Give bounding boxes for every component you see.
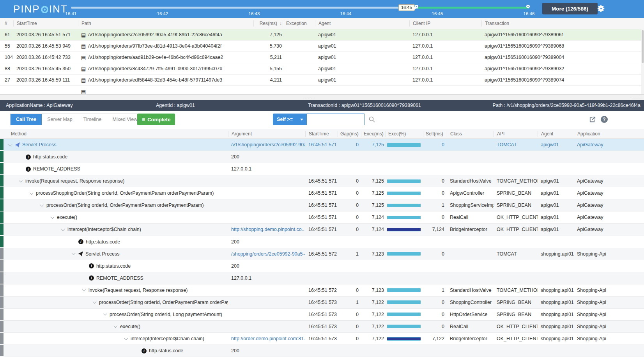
chevron-down-icon[interactable] — [124, 336, 128, 340]
chevron-down-icon[interactable] — [114, 324, 118, 328]
tx-starttime: 2020.03.26 16:45:45 350 — [13, 66, 78, 71]
call-tree-row[interactable]: iREMOTE_ADDRESS127.0.0.1 — [0, 163, 644, 175]
chevron-down-icon[interactable] — [61, 227, 65, 231]
tx-path-text: /v1/shopping/orders/edf58448-32d3-454c-b… — [88, 77, 222, 83]
scrollbar-thumb[interactable] — [642, 30, 644, 63]
col-tree-agent[interactable]: Agent — [538, 131, 574, 137]
chevron-down-icon[interactable] — [9, 142, 12, 146]
tree-gap: 0 — [338, 324, 361, 329]
transaction-row[interactable]: 612020.03.26 16:45:51 571▤/v1/shopping/o… — [0, 29, 644, 41]
info-icon: i — [78, 239, 83, 244]
pane-resize-handle[interactable] — [0, 94, 644, 100]
call-tree-row[interactable]: invoke(Request request, Response respons… — [0, 284, 644, 297]
exec-percent-bar — [387, 192, 421, 195]
call-tree-row[interactable]: ihttp.status.code200 — [0, 260, 644, 272]
tab-server-map[interactable]: Server Map — [42, 114, 78, 125]
transaction-list: # StartTime Path Res(ms)↓ Exception Agen… — [0, 18, 644, 94]
info-icon: i — [26, 167, 31, 172]
call-tree-row[interactable]: execute()16:45:51 57107,1240RealCallOK_H… — [0, 211, 644, 224]
tab-call-tree[interactable]: Call Tree — [11, 114, 42, 125]
timeline-tooltip: 16:45 — [398, 4, 415, 11]
chevron-down-icon[interactable] — [19, 179, 23, 183]
chevron-down-icon[interactable] — [72, 251, 76, 255]
tx-transaction: apigw01^1565160016090^79389068 — [481, 43, 644, 49]
col-self[interactable]: Self(ms) — [423, 131, 447, 137]
tx-num: 27 — [0, 77, 13, 83]
tree-starttime: 16:45:51 573 — [305, 312, 338, 317]
tree-method: processOrder(String orderId, Long paymen… — [4, 312, 228, 317]
transaction-row[interactable]: 1042020.03.26 16:45:42 733▤/v1/shopping/… — [0, 52, 644, 63]
transaction-row[interactable]: 882020.03.26 16:45:45 350▤/v1/shopping/o… — [0, 63, 644, 75]
tree-exec: 7,123 — [361, 288, 386, 293]
chevron-down-icon[interactable] — [93, 300, 97, 304]
col-transaction[interactable]: Transaction — [481, 20, 644, 27]
search-icon[interactable] — [368, 116, 375, 123]
gear-icon[interactable] — [597, 4, 605, 13]
col-agent[interactable]: Agent — [315, 20, 409, 27]
gutter-header — [0, 129, 4, 139]
transaction-row[interactable]: ▤ — [0, 86, 644, 94]
call-tree-row[interactable]: execute()16:45:51 57307,1220RealCallOK_H… — [0, 321, 644, 333]
timeline-selected-range[interactable] — [418, 7, 529, 9]
timeline-tick: 16:43 — [249, 11, 260, 16]
col-path[interactable]: Path — [78, 20, 253, 27]
chevron-down-icon[interactable] — [51, 215, 55, 219]
col-num[interactable]: # — [0, 20, 13, 27]
call-tree-row[interactable]: invoke(Request request, Response respons… — [0, 175, 644, 187]
transaction-row[interactable]: 552020.03.26 16:45:53 949▤/v1/shopping/o… — [0, 41, 644, 52]
argument-value[interactable]: http://shopping.demo.pinpoint.co... — [231, 227, 305, 232]
col-clientip[interactable]: Client IP — [409, 20, 481, 27]
tree-class: StandardHostValve — [447, 288, 494, 293]
call-tree-row[interactable]: ihttp.status.code200 — [0, 151, 644, 163]
search-input[interactable] — [306, 114, 364, 125]
logo-text-pre: PINP — [13, 3, 40, 15]
open-in-new-icon[interactable] — [589, 116, 596, 124]
call-tree-row[interactable]: processOrder(String orderId, OrderPaymen… — [0, 199, 644, 211]
chevron-down-icon[interactable] — [40, 203, 44, 207]
argument-value[interactable]: http://order.demo.pinpoint.com:81... — [231, 336, 305, 341]
col-api[interactable]: API — [494, 131, 538, 137]
call-tree-row[interactable]: ihttp.status.code200 — [0, 236, 644, 248]
col-exec[interactable]: Exec(ms) — [361, 131, 386, 137]
call-tree-row[interactable]: processOrder(String orderId, Long paymen… — [0, 309, 644, 321]
call-tree-row[interactable]: processShoppingOrder(String orderId, Ord… — [0, 187, 644, 199]
col-starttime[interactable]: StartTime — [13, 20, 78, 27]
servlet-process-icon — [78, 251, 83, 256]
argument-value[interactable]: /shopping/orders/2ce05992-90a5-4... — [231, 251, 305, 257]
tree-method: ihttp.status.code — [4, 239, 228, 245]
more-button[interactable]: More (126/586) — [542, 3, 598, 14]
tree-class: ShoppingServiceImpl — [447, 202, 494, 208]
call-tree-row[interactable]: intercept(Interceptor$Chain chain)http:/… — [0, 224, 644, 236]
transaction-row[interactable]: 272020.03.26 16:45:59 111▤/v1/shopping/o… — [0, 75, 644, 86]
col-tree-starttime[interactable]: StartTime — [305, 131, 338, 137]
tree-gap: 0 — [338, 190, 361, 196]
call-tree-row[interactable]: processOrder(String orderId, OrderPaymen… — [0, 297, 644, 309]
col-res[interactable]: Res(ms)↓ — [253, 20, 283, 27]
call-tree-row[interactable]: Servlet Process/shopping/orders/2ce05992… — [0, 248, 644, 260]
tab-timeline[interactable]: Timeline — [78, 114, 107, 125]
help-icon[interactable]: ? — [601, 116, 608, 123]
call-tree-row[interactable]: Servlet Process/v1/shopping/orders/2ce05… — [0, 139, 644, 151]
call-tree-row[interactable]: ihttp.status.code200 — [0, 345, 644, 357]
col-application[interactable]: Application — [574, 131, 644, 137]
complete-button[interactable]: ≡ Complete — [137, 114, 175, 125]
col-gap[interactable]: Gap(ms) — [338, 131, 361, 137]
col-exec-percent[interactable]: Exec(%) — [386, 131, 423, 137]
chevron-down-icon[interactable] — [103, 312, 107, 316]
col-method[interactable]: Method — [4, 131, 228, 137]
tree-starttime: 16:45:51 571 — [305, 227, 338, 232]
argument-value[interactable]: /v1/shopping/orders/2ce05992-90a... — [231, 142, 305, 147]
tree-agent: shopping.api01 — [538, 324, 574, 329]
timeline-handle-right[interactable] — [526, 5, 530, 8]
col-exception[interactable]: Exception — [283, 20, 315, 27]
col-class[interactable]: Class — [447, 131, 494, 137]
col-argument[interactable]: Argument — [228, 131, 305, 137]
call-tree-row[interactable]: iREMOTE_ADDRESS127.0.0.1 — [0, 272, 644, 284]
chevron-down-icon[interactable] — [82, 288, 86, 291]
chevron-down-icon[interactable] — [30, 191, 34, 195]
timeline-tick: 16:46 — [524, 11, 535, 16]
transaction-scrollbar[interactable] — [641, 29, 644, 94]
argument-value: 200 — [231, 154, 239, 160]
filter-type-select[interactable]: Self >= — [273, 114, 306, 125]
call-tree-row[interactable]: intercept(Interceptor$Chain chain)http:/… — [0, 333, 644, 345]
